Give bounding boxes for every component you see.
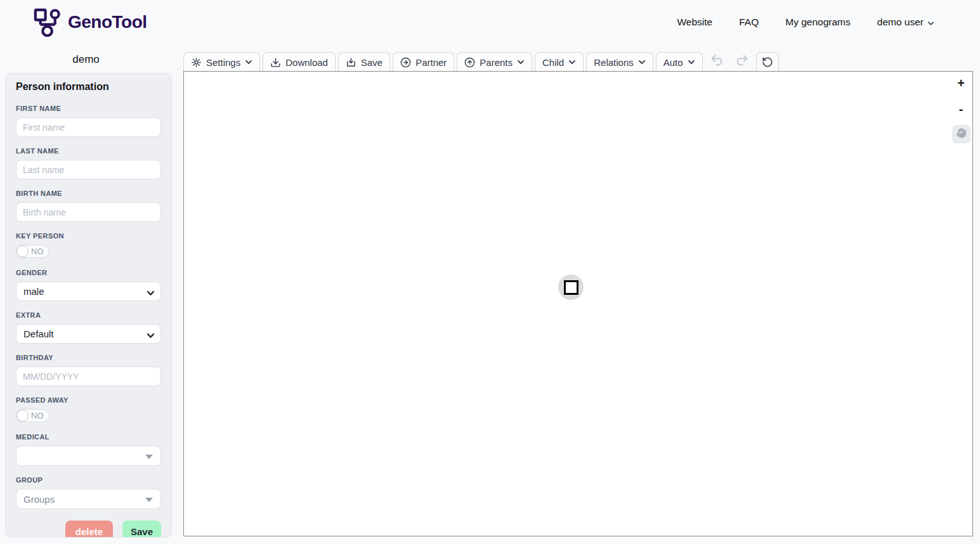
genogram-toolbar: Settings Download Save Partner Parents C… bbox=[183, 52, 779, 72]
passed-away-state: NO bbox=[31, 411, 44, 420]
toolbar-tab-child[interactable]: Child bbox=[535, 52, 584, 72]
birthday-input[interactable] bbox=[16, 366, 161, 386]
download-icon bbox=[270, 57, 281, 68]
first-name-label: FIRST NAME bbox=[16, 105, 161, 112]
nav-my-genograms[interactable]: My genograms bbox=[785, 16, 851, 28]
gear-icon bbox=[191, 57, 202, 68]
person-node[interactable] bbox=[558, 275, 584, 300]
nav-user-label: demo user bbox=[877, 16, 924, 28]
first-name-input[interactable] bbox=[16, 117, 161, 137]
arrow-right-circle-icon bbox=[400, 57, 411, 68]
toolbar-tab-label: Child bbox=[542, 57, 564, 68]
gender-select[interactable]: male bbox=[16, 282, 161, 301]
extra-label: EXTRA bbox=[16, 311, 161, 319]
passed-away-toggle[interactable]: NO bbox=[16, 409, 49, 422]
birth-name-label: BIRTH NAME bbox=[16, 190, 161, 197]
toolbar-tab-label: Download bbox=[285, 57, 328, 68]
toolbar-tab-partner[interactable]: Partner bbox=[393, 52, 454, 72]
toolbar-tab-settings[interactable]: Settings bbox=[183, 52, 260, 72]
delete-button[interactable]: delete bbox=[65, 521, 113, 538]
toolbar-tab-label: Auto bbox=[663, 57, 683, 68]
nav-faq[interactable]: FAQ bbox=[739, 16, 759, 28]
sidebar: demo Person information FIRST NAME LAST … bbox=[0, 44, 172, 66]
toolbar-tab-auto[interactable]: Auto bbox=[656, 52, 703, 72]
toolbar-tab-relations[interactable]: Relations bbox=[586, 52, 653, 72]
chevron-down-icon bbox=[638, 60, 646, 65]
toolbar-tab-label: Relations bbox=[594, 57, 634, 68]
zoom-in-button[interactable]: + bbox=[953, 75, 969, 91]
medical-label: MEDICAL bbox=[16, 433, 161, 441]
zoom-out-button[interactable]: - bbox=[955, 101, 967, 117]
toggle-knob bbox=[16, 410, 29, 422]
male-square-shape bbox=[564, 280, 578, 295]
undo-icon bbox=[710, 53, 724, 69]
chevron-down-icon bbox=[927, 17, 934, 29]
birth-name-field: BIRTH NAME bbox=[16, 190, 161, 222]
chevron-down-icon bbox=[517, 60, 525, 65]
panel-title: Person information bbox=[16, 81, 161, 93]
last-name-field: LAST NAME bbox=[16, 147, 161, 179]
toolbar-tab-label: Settings bbox=[206, 57, 240, 68]
chevron-down-icon bbox=[245, 60, 252, 65]
group-field: GROUP Groups bbox=[16, 476, 161, 509]
toolbar-tab-label: Parents bbox=[480, 57, 513, 68]
pan-tool-button[interactable] bbox=[952, 125, 970, 143]
group-label: GROUP bbox=[16, 476, 161, 484]
undo-button[interactable] bbox=[710, 53, 724, 69]
key-person-field: KEY PERSON NO bbox=[16, 232, 161, 260]
toolbar-tab-label: Partner bbox=[415, 57, 447, 68]
save-button[interactable]: Save bbox=[122, 521, 161, 538]
panel-actions: delete Save bbox=[16, 521, 161, 538]
chevron-down-icon bbox=[688, 60, 695, 65]
genogram-logo-icon bbox=[33, 8, 61, 37]
refresh-icon bbox=[762, 56, 773, 68]
brand-logo[interactable]: GenoTool bbox=[33, 8, 147, 37]
toolbar-tab-label: Save bbox=[361, 57, 382, 68]
passed-away-field: PASSED AWAY NO bbox=[16, 396, 161, 424]
medical-dropdown[interactable] bbox=[16, 446, 161, 466]
save-icon bbox=[346, 57, 356, 68]
extra-select-value: Default bbox=[23, 328, 54, 339]
last-name-label: LAST NAME bbox=[16, 147, 161, 155]
redo-icon bbox=[735, 53, 749, 69]
chevron-down-icon bbox=[147, 330, 155, 341]
genogram-canvas[interactable]: + - bbox=[183, 71, 973, 536]
extra-select[interactable]: Default bbox=[16, 324, 161, 344]
caret-down-icon bbox=[145, 498, 153, 502]
caret-down-icon bbox=[145, 455, 153, 459]
birth-name-input[interactable] bbox=[16, 202, 161, 222]
gender-field: GENDER male bbox=[16, 269, 161, 301]
key-person-state: NO bbox=[31, 247, 44, 256]
person-information-panel: Person information FIRST NAME LAST NAME … bbox=[5, 73, 172, 538]
redo-button[interactable] bbox=[735, 53, 749, 69]
arrow-up-circle-icon bbox=[464, 57, 475, 68]
header-nav: Website FAQ My genograms demo user bbox=[677, 16, 934, 29]
gender-label: GENDER bbox=[16, 269, 161, 276]
toolbar-tab-download[interactable]: Download bbox=[263, 52, 336, 72]
key-person-toggle[interactable]: NO bbox=[16, 245, 49, 258]
medical-field: MEDICAL bbox=[16, 433, 161, 466]
birthday-label: BIRTHDAY bbox=[16, 354, 161, 361]
group-dropdown[interactable]: Groups bbox=[16, 489, 161, 509]
toggle-knob bbox=[16, 245, 29, 257]
last-name-input[interactable] bbox=[16, 160, 161, 179]
toolbar-tab-parents[interactable]: Parents bbox=[457, 52, 532, 72]
toolbar-tab-save[interactable]: Save bbox=[338, 52, 390, 72]
birthday-field: BIRTHDAY bbox=[16, 354, 161, 386]
zoom-controls: + - bbox=[951, 75, 970, 143]
toolbar-tab-refresh[interactable] bbox=[756, 52, 779, 72]
nav-user-menu[interactable]: demo user bbox=[877, 16, 934, 29]
genogram-title: demo bbox=[0, 44, 172, 66]
chevron-down-icon bbox=[147, 287, 155, 299]
group-dropdown-placeholder: Groups bbox=[23, 494, 55, 505]
nav-website[interactable]: Website bbox=[677, 16, 713, 28]
gender-select-value: male bbox=[23, 286, 44, 297]
extra-field: EXTRA Default bbox=[16, 311, 161, 344]
hand-icon bbox=[956, 127, 967, 141]
passed-away-label: PASSED AWAY bbox=[16, 396, 161, 404]
chevron-down-icon bbox=[568, 60, 576, 65]
key-person-label: KEY PERSON bbox=[16, 232, 161, 240]
first-name-field: FIRST NAME bbox=[16, 105, 161, 137]
brand-name: GenoTool bbox=[68, 12, 147, 32]
app-header: GenoTool Website FAQ My genograms demo u… bbox=[0, 0, 980, 44]
